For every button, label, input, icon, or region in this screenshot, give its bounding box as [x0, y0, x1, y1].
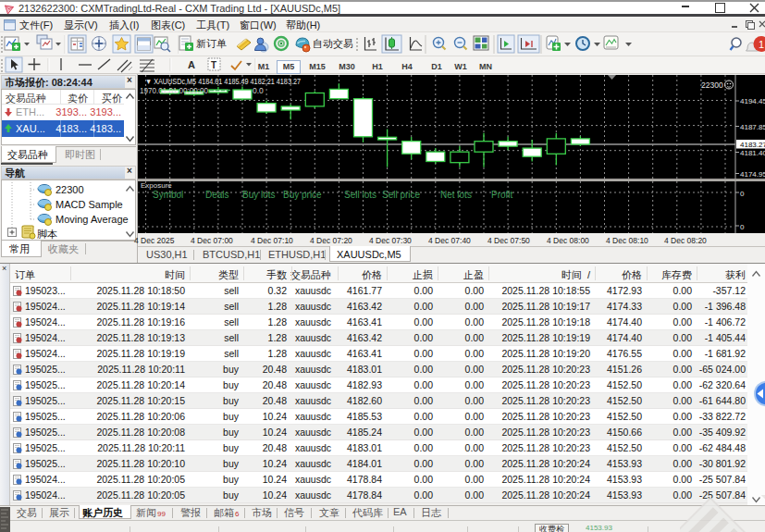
svg-text:22300: 22300	[701, 80, 723, 90]
svg-text:4174.95: 4174.95	[740, 170, 765, 179]
svg-text:Deals: Deals	[205, 190, 229, 200]
svg-text:1: 1	[759, 39, 764, 50]
svg-text:4187.85: 4187.85	[740, 123, 765, 131]
svg-text:自动交易: 自动交易	[313, 38, 353, 49]
svg-text:Sell lots: Sell lots	[344, 190, 376, 200]
svg-text:Sell price: Sell price	[382, 190, 421, 200]
svg-text:1970.01.01 00:00:00: 1970.01.01 00:00:00	[140, 86, 208, 95]
svg-text:Buy price: Buy price	[283, 190, 322, 200]
svg-text:0: 0	[740, 223, 745, 231]
svg-text:Profit: Profit	[491, 190, 513, 200]
svg-text:T: T	[211, 60, 216, 70]
svg-text:Buy lots: Buy lots	[242, 190, 276, 200]
svg-text:A: A	[188, 59, 195, 70]
svg-text:Net lots: Net lots	[440, 190, 472, 200]
svg-text:0: 0	[740, 190, 745, 198]
svg-text:4181.40: 4181.40	[740, 149, 765, 157]
svg-text:4183.27: 4183.27	[740, 141, 765, 149]
svg-text:新订单: 新订单	[196, 38, 227, 49]
svg-text:Exposure: Exposure	[141, 181, 172, 190]
svg-text:0.0: 0.0	[253, 86, 264, 95]
svg-text:Symbol: Symbol	[153, 190, 183, 200]
svg-text:▼ XAUUSDc,M5 4184.61 4185.49: ▼ XAUUSDc,M5 4184.61 4185.49 4182.21 418…	[145, 77, 301, 86]
svg-text:4194.45: 4194.45	[740, 97, 765, 105]
